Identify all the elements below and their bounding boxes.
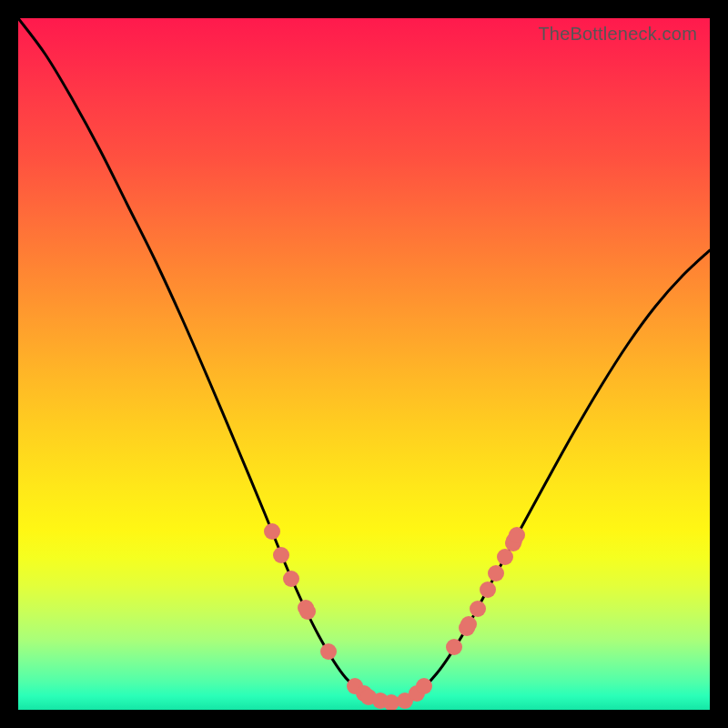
data-marker (480, 581, 496, 598)
data-marker (283, 571, 299, 587)
watermark-text: TheBottleneck.com (538, 24, 697, 45)
data-marker (320, 643, 337, 660)
data-marker (273, 547, 289, 563)
data-marker (299, 603, 316, 620)
bottleneck-curve (18, 18, 391, 703)
data-marker (460, 616, 477, 632)
chart-frame: TheBottleneck.com (0, 0, 728, 728)
bottleneck-curve (391, 250, 710, 703)
data-marker (470, 601, 486, 617)
chart-svg (18, 18, 710, 710)
data-marker (497, 549, 513, 565)
data-marker (264, 523, 280, 540)
data-marker (446, 639, 462, 655)
data-marker (488, 565, 504, 581)
data-marker (509, 527, 525, 543)
plot-area: TheBottleneck.com (18, 18, 710, 710)
data-marker (416, 678, 432, 694)
